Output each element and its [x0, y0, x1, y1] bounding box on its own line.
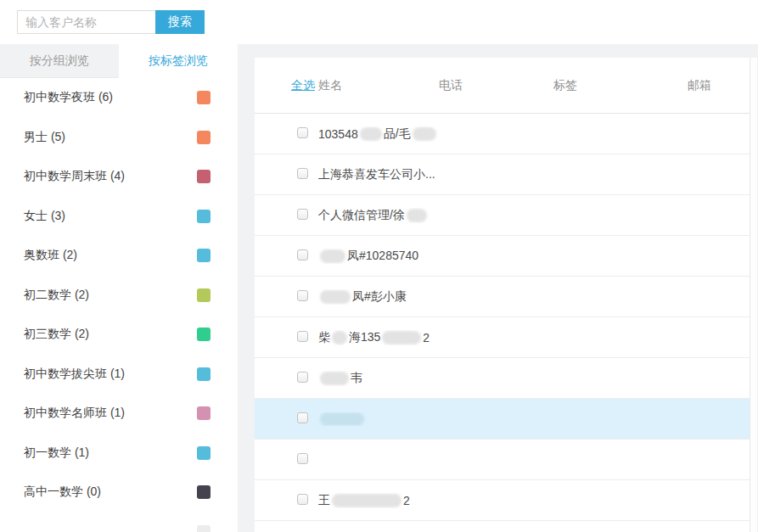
tag-color-swatch	[197, 91, 211, 104]
tag-list-item[interactable]: 初三数学 (2)	[0, 315, 238, 355]
search-input[interactable]	[17, 10, 155, 34]
tab-browse-by-group[interactable]: 按分组浏览	[0, 44, 119, 78]
tag-color-swatch	[197, 170, 211, 183]
row-select-cell	[255, 453, 318, 467]
tag-color-swatch	[197, 406, 211, 420]
tag-list-item[interactable]	[0, 512, 238, 532]
tag-list-item[interactable]: 女士 (3)	[0, 197, 238, 237]
row-name-cell: 王2	[318, 493, 439, 508]
tag-label: 男士 (5)	[24, 130, 65, 145]
redacted-blur	[413, 127, 436, 141]
row-select-cell	[255, 412, 318, 426]
row-select-cell	[255, 127, 318, 141]
redacted-blur	[332, 331, 347, 344]
tag-list-item[interactable]: 初二数学 (2)	[0, 276, 238, 316]
redacted-blur	[407, 209, 427, 222]
tab-browse-by-tag[interactable]: 按标签浏览	[119, 44, 238, 78]
row-name-cell: 韦	[318, 371, 439, 386]
tag-list: 初中数学夜班 (6) 男士 (5) 初中数学周末班 (4) 女士 (3) 奥数班…	[0, 78, 238, 532]
select-all-link[interactable]: 全选	[255, 78, 318, 93]
row-name-cell: 凤#10285740	[318, 249, 439, 264]
search-button[interactable]: 搜索	[155, 10, 205, 34]
scrollbar-track[interactable]	[750, 58, 757, 532]
tag-list-item[interactable]: 初中数学名师班 (1)	[0, 394, 238, 434]
tag-label: 女士 (3)	[24, 209, 65, 224]
column-header-phone: 电话	[439, 78, 553, 93]
row-select-cell	[255, 249, 318, 263]
tag-list-item[interactable]: 初中数学夜班 (6)	[0, 78, 238, 118]
tag-list-item[interactable]: 奥数班 (2)	[0, 236, 238, 276]
row-checkbox[interactable]	[297, 331, 308, 342]
table-row[interactable]: 103548品/毛	[255, 114, 750, 154]
tag-label: 初一数学 (1)	[24, 445, 89, 461]
customer-table: 全选 姓名 电话 标签 邮箱 103548品/毛 上海恭喜发车公司小...	[255, 58, 750, 532]
tag-list-item[interactable]: 男士 (5)	[0, 118, 238, 158]
table-row[interactable]: 柴海1352	[255, 317, 750, 358]
table-header: 全选 姓名 电话 标签 邮箱	[255, 58, 750, 114]
redacted-blur	[360, 127, 382, 141]
table-row[interactable]: 凤#10285740	[255, 236, 750, 277]
tag-label: 初三数学 (2)	[24, 327, 89, 342]
table-row[interactable]: 韦	[255, 358, 750, 399]
redacted-blur	[320, 249, 345, 263]
tag-label: 初中数学周末班 (4)	[24, 169, 125, 184]
table-row[interactable]: 上海恭喜发车公司小...	[255, 154, 750, 195]
row-name-cell	[318, 412, 439, 426]
tag-label: 初二数学 (2)	[24, 288, 89, 303]
table-row[interactable]: 个人微信管理/徐	[255, 195, 750, 236]
redacted-blur	[320, 290, 351, 304]
tag-color-swatch	[197, 328, 211, 341]
row-checkbox[interactable]	[297, 453, 308, 464]
row-checkbox[interactable]	[297, 209, 308, 220]
main-area: 全选 姓名 电话 标签 邮箱 103548品/毛 上海恭喜发车公司小...	[255, 44, 758, 532]
table-row[interactable]	[255, 440, 750, 480]
row-name-cell: 103548品/毛	[318, 126, 439, 142]
redacted-blur	[320, 372, 349, 385]
row-checkbox[interactable]	[297, 168, 308, 179]
table-row[interactable]	[255, 521, 750, 532]
tag-label: 高中一数学 (0)	[24, 484, 101, 500]
redacted-blur	[332, 494, 401, 507]
tag-color-swatch	[197, 485, 211, 499]
table-row[interactable]: 王2	[255, 480, 750, 521]
main-top-gap	[255, 44, 758, 58]
column-header-email: 邮箱	[688, 78, 750, 93]
sidebar: 按分组浏览 按标签浏览 初中数学夜班 (6) 男士 (5) 初中数学周末班 (4…	[0, 44, 238, 532]
tag-list-item[interactable]: 初中数学拔尖班 (1)	[0, 355, 238, 395]
row-checkbox[interactable]	[297, 412, 308, 423]
tag-label: 初中数学夜班 (6)	[24, 90, 113, 105]
tag-color-swatch	[197, 249, 211, 262]
row-checkbox[interactable]	[297, 127, 308, 138]
redacted-blur	[382, 331, 421, 344]
redacted-blur	[320, 412, 364, 426]
customer-manager-app: 搜索 按分组浏览 按标签浏览 初中数学夜班 (6) 男士 (5) 初中数学周末班…	[0, 0, 758, 532]
row-select-cell	[255, 372, 318, 385]
table-body: 103548品/毛 上海恭喜发车公司小... 个人微信管理/徐 凤#102857…	[255, 114, 750, 532]
row-checkbox[interactable]	[297, 372, 308, 383]
search-bar: 搜索	[0, 0, 758, 44]
row-select-cell	[255, 209, 318, 222]
row-select-cell	[255, 331, 318, 344]
row-select-cell	[255, 290, 318, 304]
tag-color-swatch	[197, 131, 211, 144]
row-checkbox[interactable]	[297, 249, 308, 260]
row-checkbox[interactable]	[297, 290, 308, 301]
column-header-name: 姓名	[318, 78, 439, 93]
tag-list-item[interactable]: 初中数学周末班 (4)	[0, 157, 238, 197]
tag-color-swatch	[197, 525, 211, 532]
tag-label: 初中数学拔尖班 (1)	[24, 367, 125, 382]
tag-list-item[interactable]: 高中一数学 (0)	[0, 473, 238, 512]
tag-list-item[interactable]: 初一数学 (1)	[0, 434, 238, 473]
tag-label: 奥数班 (2)	[24, 248, 77, 263]
tag-label: 初中数学名师班 (1)	[24, 406, 125, 421]
row-checkbox[interactable]	[297, 494, 308, 505]
content-area: 按分组浏览 按标签浏览 初中数学夜班 (6) 男士 (5) 初中数学周末班 (4…	[0, 44, 758, 532]
table-row[interactable]: 凤#彭小康	[255, 277, 750, 317]
sidebar-tabs: 按分组浏览 按标签浏览	[0, 44, 238, 78]
tag-color-swatch	[197, 288, 211, 302]
row-name-cell: 凤#彭小康	[318, 289, 439, 305]
tag-color-swatch	[197, 367, 211, 381]
tag-color-swatch	[197, 446, 211, 460]
table-row[interactable]	[255, 399, 750, 440]
row-name-cell: 上海恭喜发车公司小...	[318, 167, 439, 182]
